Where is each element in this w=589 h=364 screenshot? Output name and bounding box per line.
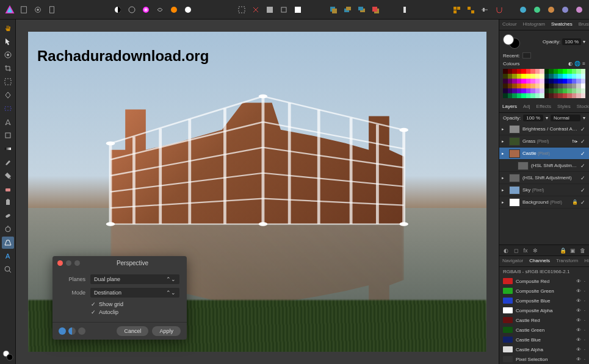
swatch[interactable] [517, 69, 522, 74]
swatch[interactable] [563, 69, 568, 74]
arrange-back-icon[interactable] [327, 4, 339, 16]
swatch[interactable] [535, 93, 540, 98]
swatch[interactable] [549, 69, 554, 74]
channel-visibility-icon[interactable]: 👁 [576, 357, 581, 362]
swatch[interactable] [581, 74, 586, 79]
swatch[interactable] [554, 84, 558, 88]
split-preview-icon[interactable] [68, 327, 76, 335]
swatch[interactable] [535, 88, 540, 93]
swatch[interactable] [563, 79, 568, 84]
planes-select[interactable]: Dual plane⌃⌄ [90, 274, 179, 284]
swatch[interactable] [567, 88, 572, 93]
tab-navigator[interactable]: Navigator [499, 256, 526, 266]
swatch[interactable] [581, 69, 586, 74]
channel-visibility-icon[interactable]: 👁 [576, 327, 581, 333]
swatch[interactable] [554, 74, 558, 79]
layer-row[interactable]: ▸ Grass (Pixel) fx▸ ✓ [499, 135, 589, 148]
swatch[interactable] [540, 74, 544, 79]
deselect-icon[interactable] [250, 4, 262, 16]
tab-adj[interactable]: Adj [520, 102, 533, 112]
swatch[interactable] [521, 79, 526, 84]
after-preview-icon[interactable] [78, 327, 85, 335]
blend-mode-select[interactable]: Normal [551, 115, 580, 121]
swatch[interactable] [540, 93, 544, 98]
channel-row[interactable]: Pixel Selection 👁 · [499, 354, 589, 364]
channel-edit-icon[interactable]: · [584, 279, 585, 284]
hand-tool-icon[interactable] [2, 22, 14, 34]
tab-brushes[interactable]: Brushes [576, 20, 589, 30]
layer-row[interactable]: ▸ Brightness / Contrast Adjustme ✓ [499, 123, 589, 135]
swatch[interactable] [526, 74, 531, 79]
fill-tool-icon[interactable] [2, 170, 14, 182]
marquee-tool-icon[interactable] [2, 102, 14, 115]
swatch[interactable] [544, 79, 549, 84]
file-icon[interactable] [18, 4, 30, 16]
swatch[interactable] [521, 88, 526, 93]
swatch[interactable] [544, 69, 549, 74]
chevron-right-icon[interactable]: ▸ [502, 188, 507, 193]
swatch[interactable] [558, 79, 563, 84]
swatch[interactable] [581, 88, 586, 93]
dodge-tool-icon[interactable] [2, 223, 14, 235]
swatch[interactable] [558, 74, 563, 79]
swatch[interactable] [517, 74, 522, 79]
contrast-icon[interactable] [112, 4, 124, 16]
selection-brush-tool-icon[interactable] [2, 76, 14, 88]
swatch[interactable] [526, 69, 531, 74]
channel-row[interactable]: Castle Red 👁 · [499, 315, 589, 325]
channel-row[interactable]: Castle Alpha 👁 · [499, 344, 589, 354]
swatch[interactable] [530, 84, 535, 88]
group-icon[interactable] [450, 4, 463, 16]
persona-tone-icon[interactable] [559, 4, 571, 16]
swatch[interactable] [576, 79, 581, 84]
swatch[interactable] [576, 69, 581, 74]
swatch[interactable] [572, 69, 577, 74]
channel-edit-icon[interactable]: · [584, 337, 585, 343]
tab-swatches[interactable]: Swatches [548, 20, 576, 30]
before-preview-icon[interactable] [59, 327, 66, 335]
swatch[interactable] [530, 69, 535, 74]
chevron-right-icon[interactable]: ▸ [502, 139, 507, 144]
channel-row[interactable]: Composite Blue 👁 · [499, 296, 589, 305]
swatch[interactable] [576, 74, 581, 79]
swatch[interactable] [576, 88, 581, 93]
mode-select[interactable]: Destination⌃⌄ [90, 288, 179, 298]
swatch[interactable] [563, 93, 568, 98]
channel-edit-icon[interactable]: · [584, 298, 585, 304]
circle-icon[interactable] [126, 4, 138, 16]
swatch[interactable] [503, 84, 508, 88]
assistant-icon[interactable] [399, 4, 411, 16]
channel-visibility-icon[interactable]: 👁 [576, 308, 581, 313]
channel-visibility-icon[interactable]: 👁 [576, 337, 581, 343]
shape-tool-icon[interactable] [2, 129, 14, 141]
swatch[interactable] [508, 79, 513, 84]
quick-mask-icon[interactable] [278, 4, 290, 16]
crop-icon[interactable] [292, 4, 304, 16]
swatch[interactable] [512, 79, 517, 84]
show-grid-checkbox[interactable]: ✓Show grid [90, 301, 179, 307]
channel-row[interactable]: Castle Blue 👁 · [499, 335, 589, 344]
swatch[interactable] [526, 93, 531, 98]
swatch[interactable] [567, 69, 572, 74]
channel-row[interactable]: Composite Alpha 👁 · [499, 305, 589, 315]
persona-develop-icon[interactable] [545, 4, 557, 16]
visibility-checkbox[interactable]: ✓ [580, 151, 587, 157]
settings-gear-icon[interactable] [32, 4, 44, 16]
swatch[interactable] [563, 88, 568, 93]
healing-tool-icon[interactable] [2, 210, 14, 222]
swatch[interactable] [554, 88, 558, 93]
snap-icon[interactable] [493, 4, 505, 16]
swatch[interactable] [540, 69, 544, 74]
swatch[interactable] [512, 84, 517, 88]
layer-row[interactable]: ▸ (HSL Shift Adjustment) ✓ [499, 172, 589, 184]
visibility-checkbox[interactable]: ✓ [580, 163, 587, 169]
flood-select-tool-icon[interactable] [2, 89, 14, 101]
swirl-icon[interactable] [154, 4, 166, 16]
swatch[interactable] [544, 88, 549, 93]
visibility-checkbox[interactable]: ✓ [580, 175, 587, 181]
layer-row[interactable]: ▸ Background (Pixel) 🔒 ✓ [499, 196, 589, 209]
swatch-grid[interactable] [503, 69, 585, 98]
swatch[interactable] [508, 93, 513, 98]
zoom-tool-icon[interactable] [2, 263, 14, 276]
ungroup-icon[interactable] [464, 4, 477, 16]
